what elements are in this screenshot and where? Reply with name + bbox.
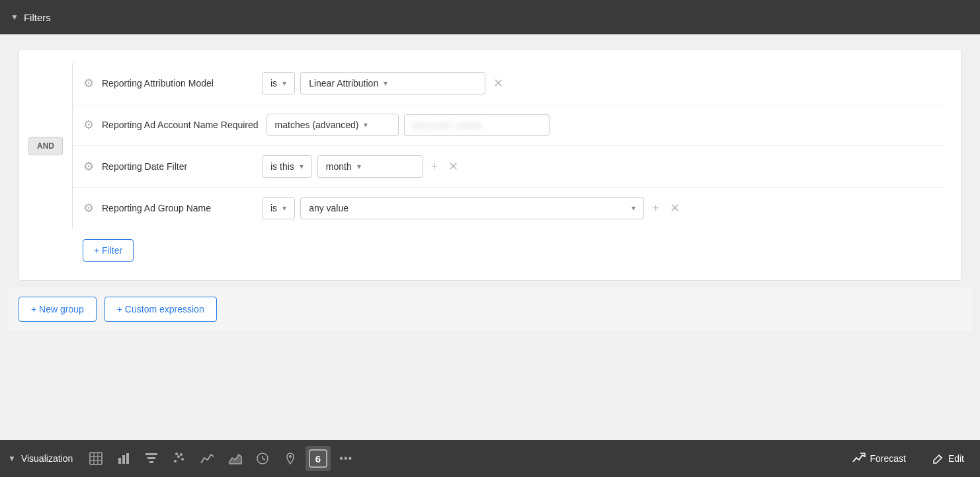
svg-line-18	[263, 459, 265, 460]
filter-label: Reporting Ad Group Name	[102, 203, 254, 213]
operator-value: matches (advanced)	[275, 120, 359, 130]
filter-panel: AND ⚙ Reporting Attribution Model is ▾ L…	[19, 49, 961, 281]
area-chart-icon[interactable]	[222, 446, 247, 471]
bottom-actions: + New group + Custom expression	[8, 287, 972, 331]
svg-point-13	[181, 458, 184, 460]
add-filter-button[interactable]: + Filter	[83, 239, 134, 262]
line-chart-icon[interactable]	[194, 446, 220, 471]
chevron-down-icon: ▾	[384, 79, 388, 88]
svg-point-19	[289, 455, 292, 458]
operator-select[interactable]: is ▾	[262, 72, 295, 94]
filter-label: Reporting Ad Account Name Required	[102, 120, 259, 130]
table-icon[interactable]	[83, 446, 108, 471]
chevron-down-icon: ▾	[632, 203, 635, 213]
chevron-down-icon: ▾	[300, 162, 304, 171]
and-button[interactable]: AND	[28, 137, 63, 155]
number-6-icon[interactable]: 6	[306, 446, 331, 471]
svg-rect-10	[149, 461, 153, 463]
and-connector-area: AND ⚙ Reporting Attribution Model is ▾ L…	[19, 63, 945, 229]
svg-rect-5	[118, 458, 121, 464]
and-button-col: AND	[19, 63, 72, 229]
filter-controls: is ▾ any value ▾ + ✕	[262, 197, 934, 219]
svg-rect-6	[122, 455, 125, 464]
add-filter-row: + Filter	[19, 229, 945, 267]
svg-text:6: 6	[315, 453, 321, 464]
custom-expression-button[interactable]: + Custom expression	[104, 297, 217, 322]
bar-chart-icon[interactable]	[111, 446, 136, 471]
filters-title: Filters	[24, 12, 51, 23]
filter-label: Reporting Date Filter	[102, 161, 254, 172]
value-select[interactable]: any value ▾	[300, 197, 644, 219]
add-icon[interactable]: +	[649, 199, 662, 218]
top-bar: ▼ Filters	[0, 0, 980, 34]
filter-controls: is ▾ Linear Attribution ▾ ✕	[262, 72, 934, 94]
viz-right-actions: Forecast Edit	[844, 449, 972, 468]
remove-icon[interactable]: ✕	[491, 73, 506, 93]
content-area: AND ⚙ Reporting Attribution Model is ▾ L…	[0, 34, 980, 440]
gear-icon[interactable]: ⚙	[83, 118, 94, 132]
svg-point-11	[174, 460, 177, 462]
operator-value: is	[270, 203, 277, 213]
forecast-label: Forecast	[870, 453, 905, 464]
bottom-bar: ▼ Visualization	[0, 440, 980, 477]
edit-label: Edit	[948, 453, 964, 464]
table-row: ⚙ Reporting Ad Account Name Required mat…	[73, 104, 945, 146]
scatter-icon[interactable]	[167, 446, 192, 471]
value-select[interactable]: Linear Attribution ▾	[300, 72, 485, 94]
chevron-down-icon: ▾	[357, 162, 361, 171]
map-icon[interactable]	[278, 446, 303, 471]
forecast-button[interactable]: Forecast	[844, 449, 913, 468]
table-row: ⚙ Reporting Ad Group Name is ▾ any value…	[73, 188, 945, 229]
operator-select[interactable]: is this ▾	[262, 155, 312, 178]
gear-icon[interactable]: ⚙	[83, 76, 94, 91]
gear-icon[interactable]: ⚙	[83, 201, 94, 215]
edit-button[interactable]: Edit	[924, 449, 972, 468]
value-select[interactable]: month ▾	[317, 155, 423, 178]
remove-icon[interactable]: ✕	[667, 198, 682, 218]
filter-controls: is this ▾ month ▾ + ✕	[262, 155, 934, 178]
more-options-icon[interactable]: •••	[333, 446, 358, 471]
value-text: Linear Attribution	[309, 78, 378, 89]
viz-icons: 6 •••	[83, 446, 839, 471]
filters-list: ⚙ Reporting Attribution Model is ▾ Linea…	[72, 63, 945, 229]
svg-line-24	[939, 455, 942, 458]
gear-icon[interactable]: ⚙	[83, 159, 94, 174]
clock-icon[interactable]	[250, 446, 275, 471]
viz-chevron[interactable]: ▼	[8, 454, 16, 463]
new-group-button[interactable]: + New group	[19, 297, 97, 322]
svg-rect-0	[90, 453, 102, 464]
value-text: any value	[309, 203, 626, 213]
table-row: ⚙ Reporting Date Filter is this ▾ month …	[73, 146, 945, 188]
svg-point-14	[180, 453, 183, 456]
svg-rect-9	[147, 457, 155, 459]
blurred-value: account name	[413, 120, 483, 130]
remove-icon[interactable]: ✕	[446, 157, 461, 176]
svg-point-15	[175, 453, 178, 455]
chevron-down-icon: ▾	[282, 203, 286, 213]
add-icon[interactable]: +	[429, 157, 441, 176]
operator-select[interactable]: is ▾	[262, 197, 295, 219]
chevron-down-icon: ▾	[282, 79, 286, 88]
funnel-icon[interactable]	[139, 446, 164, 471]
svg-rect-8	[145, 453, 157, 455]
filter-controls: matches (advanced) ▾ account name	[266, 114, 934, 136]
operator-value: is	[270, 78, 277, 89]
svg-rect-7	[126, 453, 129, 464]
filters-chevron[interactable]: ▼	[11, 13, 19, 22]
table-row: ⚙ Reporting Attribution Model is ▾ Linea…	[73, 63, 945, 104]
viz-label: Visualization	[21, 453, 73, 464]
svg-point-12	[177, 455, 180, 458]
filter-label: Reporting Attribution Model	[102, 78, 254, 89]
operator-select[interactable]: matches (advanced) ▾	[266, 114, 399, 136]
operator-value: is this	[270, 161, 294, 172]
value-text: month	[326, 161, 352, 172]
value-blurred[interactable]: account name	[404, 114, 550, 136]
chevron-down-icon: ▾	[364, 120, 368, 129]
